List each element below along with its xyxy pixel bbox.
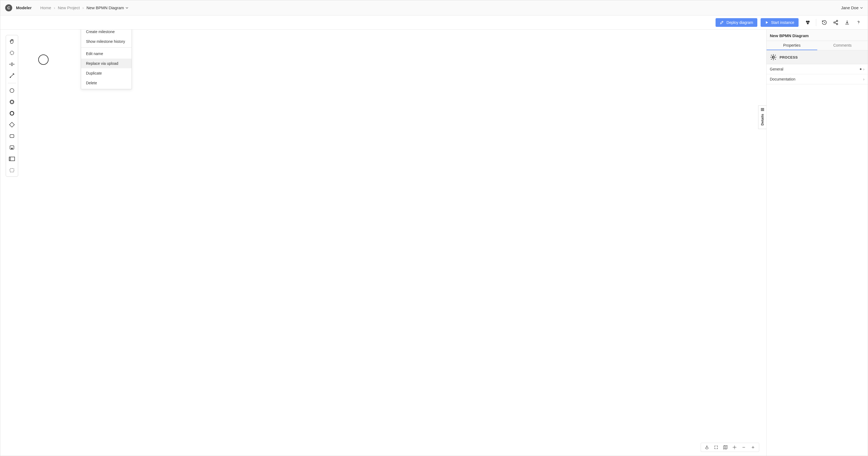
- user-menu[interactable]: Jane Doe: [841, 5, 863, 10]
- svg-point-1: [808, 21, 810, 23]
- row-documentation-label: Documentation: [770, 77, 795, 81]
- actionbar: Deploy diagram Start instance: [0, 15, 868, 30]
- svg-point-0: [806, 21, 808, 23]
- share-icon[interactable]: [832, 19, 839, 26]
- start-instance-label: Start instance: [771, 20, 794, 25]
- rocket-icon: [720, 20, 724, 25]
- svg-point-11: [10, 111, 14, 115]
- diagram-context-menu: Create milestone Show milestone history …: [81, 30, 132, 89]
- center-icon[interactable]: [732, 445, 737, 450]
- user-name: Jane Doe: [841, 5, 859, 10]
- chevron-down-icon: [860, 7, 863, 9]
- breadcrumb-current-label: New BPMN Diagram: [87, 5, 124, 10]
- svg-point-10: [10, 101, 13, 103]
- svg-point-18: [706, 447, 709, 449]
- gateway-tool-icon[interactable]: [7, 120, 17, 129]
- connect-tool-icon[interactable]: [7, 71, 17, 80]
- row-general-label: General: [770, 67, 783, 71]
- svg-rect-16: [9, 157, 14, 161]
- menu-create-milestone[interactable]: Create milestone: [81, 30, 131, 37]
- tool-palette: [6, 35, 18, 177]
- tab-comments[interactable]: Comments: [817, 41, 868, 50]
- chevron-right-icon: ›: [863, 77, 865, 81]
- lasso-tool-icon[interactable]: [7, 48, 17, 58]
- gear-icon: [770, 54, 777, 61]
- svg-rect-12: [9, 122, 14, 127]
- breadcrumb-project[interactable]: New Project: [58, 5, 80, 10]
- panel-title: New BPMN Diagram: [767, 30, 868, 41]
- canvas[interactable]: Create milestone Show milestone history …: [0, 30, 766, 456]
- start-instance-button[interactable]: Start instance: [761, 18, 799, 27]
- menu-show-milestone-history[interactable]: Show milestone history: [81, 37, 131, 46]
- intermediate-event-tool-icon[interactable]: [7, 97, 17, 106]
- properties-panel: New BPMN Diagram Properties Comments PRO…: [766, 30, 868, 456]
- start-event-node[interactable]: [38, 55, 49, 65]
- breadcrumb-home[interactable]: Home: [40, 5, 51, 10]
- chevron-right-icon: ›: [863, 67, 865, 71]
- breadcrumb: Home › New Project › New BPMN Diagram: [40, 5, 129, 10]
- start-event-tool-icon[interactable]: [7, 86, 17, 95]
- svg-point-6: [858, 24, 859, 24]
- reset-view-icon[interactable]: [704, 445, 710, 450]
- subprocess-tool-icon[interactable]: [7, 143, 17, 152]
- end-event-tool-icon[interactable]: [7, 109, 17, 118]
- svg-point-5: [837, 23, 838, 25]
- row-documentation[interactable]: Documentation ›: [767, 74, 868, 84]
- svg-point-3: [837, 20, 838, 22]
- menu-duplicate[interactable]: Duplicate: [81, 68, 131, 78]
- canvas-controls: [701, 443, 759, 452]
- diagram-validation-icon[interactable]: [804, 19, 812, 26]
- menu-replace-via-upload[interactable]: Replace via upload: [81, 59, 131, 68]
- row-general[interactable]: General ›: [767, 64, 868, 74]
- breadcrumb-current[interactable]: New BPMN Diagram: [87, 5, 128, 10]
- svg-point-8: [10, 89, 14, 93]
- section-process: PROCESS: [780, 55, 798, 59]
- palette-separator: [8, 83, 16, 83]
- menu-edit-name[interactable]: Edit name: [81, 49, 131, 59]
- topbar: C Modeler Home › New Project › New BPMN …: [0, 0, 868, 15]
- menu-delete[interactable]: Delete: [81, 78, 131, 88]
- svg-point-2: [807, 23, 809, 24]
- svg-rect-13: [10, 135, 14, 138]
- minimap-icon[interactable]: [723, 445, 728, 450]
- zoom-out-icon[interactable]: [741, 445, 746, 450]
- zoom-in-icon[interactable]: [750, 445, 756, 450]
- svg-rect-17: [10, 169, 14, 172]
- download-icon[interactable]: [843, 19, 851, 26]
- svg-point-19: [734, 447, 735, 448]
- hand-tool-icon[interactable]: [7, 37, 17, 46]
- space-tool-icon[interactable]: [7, 60, 17, 69]
- chevron-down-icon: [126, 7, 128, 9]
- menu-icon: [761, 108, 764, 111]
- separator: [816, 19, 816, 26]
- app-name: Modeler: [16, 5, 32, 10]
- fullscreen-icon[interactable]: [713, 445, 719, 450]
- task-tool-icon[interactable]: [7, 131, 17, 141]
- group-tool-icon[interactable]: [7, 166, 17, 175]
- help-icon[interactable]: [855, 19, 862, 26]
- app-logo[interactable]: C: [5, 4, 12, 11]
- indicator-dot-icon: [860, 68, 862, 70]
- details-label: Details: [760, 114, 764, 126]
- deploy-button-label: Deploy diagram: [726, 20, 753, 25]
- history-icon[interactable]: [820, 19, 828, 26]
- deploy-button[interactable]: Deploy diagram: [716, 18, 757, 27]
- svg-rect-7: [10, 52, 13, 55]
- tab-properties[interactable]: Properties: [767, 41, 817, 50]
- details-handle[interactable]: Details: [758, 105, 766, 129]
- play-icon: [765, 21, 769, 24]
- data-object-tool-icon[interactable]: [7, 154, 17, 163]
- breadcrumb-sep-icon: ›: [54, 6, 55, 10]
- svg-point-4: [834, 22, 835, 23]
- breadcrumb-sep-icon: ›: [83, 6, 84, 10]
